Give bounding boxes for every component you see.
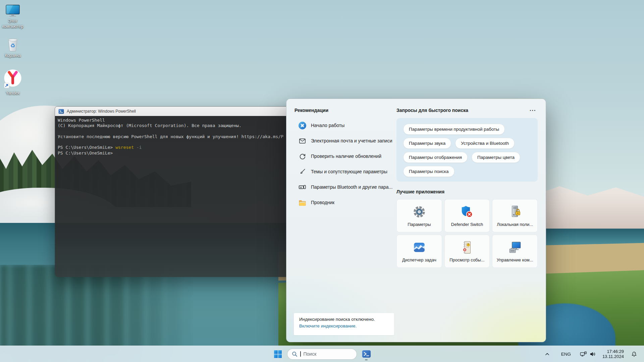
- search-icon: [292, 351, 298, 357]
- tray-network-volume-group[interactable]: [578, 347, 598, 361]
- quick-searches-section: Запросы для быстрого поиска ••• Параметр…: [396, 108, 538, 182]
- devices-icon: [298, 183, 307, 191]
- desktop-icon-this-pc[interactable]: Этот компьютер: [0, 5, 27, 29]
- yandex-browser-icon: [3, 69, 22, 89]
- app-task-manager[interactable]: Диспетчер задач: [396, 235, 442, 268]
- desktop-icon-label: Корзина: [0, 53, 27, 58]
- top-apps-title: Лучшие приложения: [396, 189, 538, 194]
- event-viewer-icon: [460, 240, 474, 254]
- app-label: Просмотр собы...: [449, 257, 484, 262]
- windows-logo-icon: [274, 350, 282, 358]
- powershell-titlebar[interactable]: Администратор: Windows PowerShell: [55, 107, 311, 116]
- terminal-prompt-line: PS C:\Users\OneSmiLe>: [58, 150, 308, 156]
- app-defender-switch[interactable]: Defender Switch: [444, 199, 490, 232]
- recommendation-label: Электронная почта и учетные записи: [311, 138, 392, 143]
- enable-indexing-link[interactable]: Включите индексирование.: [299, 323, 389, 328]
- terminal-line: [58, 139, 308, 145]
- recommendation-label: Проводник: [311, 200, 334, 205]
- taskbar-powershell-button[interactable]: [360, 347, 373, 361]
- app-label: Локальная поли...: [497, 222, 533, 227]
- desktop-icon-label: Этот компьютер: [0, 18, 27, 29]
- recommendation-email-accounts[interactable]: Электронная почта и учетные записи: [294, 133, 395, 148]
- defender-shield-icon: [460, 205, 474, 219]
- powershell-window[interactable]: Администратор: Windows PowerShell Window…: [55, 106, 311, 277]
- network-ethernet-icon: [580, 351, 587, 357]
- app-label: Диспетчер задач: [402, 257, 436, 262]
- terminal-line: (C) Корпорация Майкрософт (Microsoft Cor…: [58, 123, 308, 128]
- indexing-notice-text: Индексирование поиска отключено.: [299, 317, 389, 322]
- start-button[interactable]: [271, 347, 284, 361]
- quick-search-pill[interactable]: Параметры отображения: [403, 152, 468, 163]
- prompt-text: PS C:\Users\OneSmiLe>: [58, 145, 115, 150]
- terminal-line: Windows PowerShell: [58, 118, 308, 123]
- svg-text:z: z: [634, 352, 635, 354]
- tray-time: 17:46:29: [602, 349, 624, 354]
- local-policy-icon: [508, 205, 522, 219]
- taskbar: Поиск ENG: [0, 346, 644, 362]
- bell-do-not-disturb-icon: z z: [631, 351, 637, 357]
- tray-notifications-button[interactable]: z z: [629, 347, 639, 361]
- monitor-icon: [5, 5, 20, 17]
- recommendation-bluetooth-devices[interactable]: Параметры Bluetooth и другие пара...: [294, 179, 395, 195]
- recommendation-label: Параметры Bluetooth и другие пара...: [311, 184, 392, 190]
- app-label: Управление ком...: [497, 257, 533, 262]
- recommendation-file-explorer[interactable]: Проводник: [294, 195, 395, 210]
- terminal-prompt-line: PS C:\Users\OneSmiLe> wsreset -i: [58, 145, 308, 150]
- desktop-icon-yandex[interactable]: Yandex: [0, 69, 27, 96]
- window-title: Администратор: Windows PowerShell: [67, 109, 136, 114]
- recommendation-label: Начало работы: [311, 123, 344, 128]
- mail-icon: [298, 136, 307, 145]
- more-options-icon[interactable]: •••: [528, 108, 538, 113]
- indexing-notice: Индексирование поиска отключено. Включит…: [294, 313, 394, 335]
- folder-icon: [298, 198, 307, 207]
- recommendation-check-updates[interactable]: Проверить наличие обновлений: [294, 148, 395, 164]
- top-apps-section: Лучшие приложения Параметры Defender Swi…: [396, 189, 538, 268]
- command-text: wsreset: [115, 145, 134, 150]
- svg-text:♻: ♻: [10, 43, 15, 49]
- quick-search-pill[interactable]: Параметры поиска: [403, 166, 454, 177]
- recycle-bin-icon: ♻: [7, 38, 19, 52]
- quick-search-pill[interactable]: Параметры цвета: [472, 152, 520, 163]
- desktop-icon-label: Yandex: [0, 90, 27, 96]
- search-placeholder: Поиск: [304, 351, 317, 357]
- command-arg: -i: [134, 145, 142, 150]
- get-started-icon: [298, 121, 307, 130]
- text-caret: [300, 351, 301, 357]
- recommendation-get-started[interactable]: Начало работы: [294, 118, 395, 133]
- tray-language-indicator[interactable]: ENG: [558, 347, 574, 361]
- themes-brush-icon: [298, 167, 307, 176]
- app-settings[interactable]: Параметры: [396, 199, 442, 232]
- terminal-line: [58, 129, 308, 134]
- recommendation-themes[interactable]: Темы и сопутствующие параметры: [294, 164, 395, 179]
- recommendation-label: Темы и сопутствующие параметры: [311, 169, 387, 174]
- svg-text:z: z: [633, 353, 634, 355]
- quick-search-pill[interactable]: Параметры звука: [403, 138, 451, 149]
- taskbar-search-input[interactable]: Поиск: [287, 349, 357, 360]
- volume-icon: [590, 351, 596, 357]
- recommendation-label: Проверить наличие обновлений: [311, 154, 381, 159]
- tray-date: 13.11.2024: [602, 354, 624, 359]
- powershell-icon: [58, 109, 64, 114]
- running-app-indicator: [365, 359, 368, 360]
- powershell-icon: [362, 350, 371, 358]
- app-label: Параметры: [408, 222, 431, 227]
- tray-show-hidden-icons[interactable]: [542, 347, 553, 361]
- app-event-viewer[interactable]: Просмотр собы...: [444, 235, 490, 268]
- app-computer-management[interactable]: Управление ком...: [492, 235, 538, 268]
- terminal-area[interactable]: Windows PowerShell (C) Корпорация Майкро…: [55, 116, 311, 277]
- task-manager-icon: [412, 240, 426, 254]
- app-local-security-policy[interactable]: Локальная поли...: [492, 199, 538, 232]
- update-icon: [298, 152, 307, 161]
- search-flyout-panel: Рекомендации Начало работы Электронная п…: [286, 99, 546, 342]
- recommendations-section: Рекомендации Начало работы Электронная п…: [294, 108, 395, 210]
- desktop-icon-recycle-bin[interactable]: ♻ Корзина: [0, 38, 27, 58]
- quick-searches-card: Параметры времени продуктивной работы Па…: [396, 118, 538, 182]
- chevron-up-icon: [545, 353, 549, 356]
- settings-gear-icon: [412, 205, 426, 219]
- quick-search-pill[interactable]: Параметры времени продуктивной работы: [403, 124, 505, 135]
- quick-searches-title: Запросы для быстрого поиска: [396, 108, 468, 113]
- tray-clock[interactable]: 17:46:29 13.11.2024: [601, 347, 625, 361]
- quick-search-pill[interactable]: Устройства и Bluetooth: [455, 138, 515, 149]
- computer-mgmt-icon: [508, 240, 522, 254]
- app-label: Defender Switch: [451, 222, 483, 227]
